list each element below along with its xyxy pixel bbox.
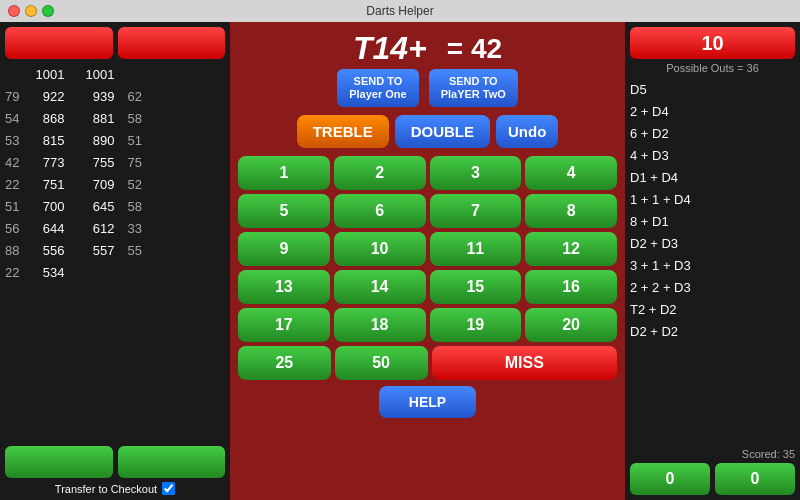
- score-cell: 815: [23, 130, 68, 150]
- num-btn-12[interactable]: 12: [525, 232, 617, 266]
- score-cell: 709: [73, 174, 118, 194]
- maximize-button[interactable]: [42, 5, 54, 17]
- list-item: 1 + 1 + D4: [630, 189, 795, 209]
- score-display-2: 0: [715, 463, 795, 495]
- player-one-bottom-button[interactable]: [5, 446, 113, 478]
- window-title: Darts Helper: [366, 4, 433, 18]
- send-p1-line1: SEND TO: [349, 75, 406, 88]
- num-btn-14[interactable]: 14: [334, 270, 426, 304]
- num-btn-17[interactable]: 17: [238, 308, 330, 342]
- score-cell: 890: [73, 130, 118, 150]
- score-cell: 55: [123, 240, 145, 260]
- num-btn-15[interactable]: 15: [430, 270, 522, 304]
- score-cell: 58: [123, 196, 145, 216]
- score-cell: 75: [123, 152, 145, 172]
- num-btn-9[interactable]: 9: [238, 232, 330, 266]
- score-cell: 22: [5, 262, 23, 282]
- checkout-list: D5 2 + D4 6 + D2 4 + D3 D1 + D4 1 + 1 + …: [630, 79, 795, 448]
- possible-outs-label: Possible Outs = 36: [630, 62, 795, 74]
- score-cell: 881: [73, 108, 118, 128]
- treble-button[interactable]: TREBLE: [297, 115, 389, 148]
- num-btn-18[interactable]: 18: [334, 308, 426, 342]
- window-controls: [8, 5, 54, 17]
- score-cell: 54: [5, 108, 23, 128]
- num-btn-5[interactable]: 5: [238, 194, 330, 228]
- dart-display: T14+ = 42: [238, 30, 617, 67]
- double-button[interactable]: DOUBLE: [395, 115, 490, 148]
- current-score-display: 10: [630, 27, 795, 59]
- score-cell: 922: [23, 86, 68, 106]
- score-cell: 645: [73, 196, 118, 216]
- num-btn-10[interactable]: 10: [334, 232, 426, 266]
- left-bottom-buttons: [5, 446, 225, 478]
- bottom-row: 25 50 MISS: [238, 346, 617, 380]
- num-btn-50[interactable]: 50: [335, 346, 428, 380]
- score-cell: 755: [73, 152, 118, 172]
- num-btn-20[interactable]: 20: [525, 308, 617, 342]
- list-item: 8 + D1: [630, 211, 795, 231]
- transfer-label: Transfer to Checkout: [55, 483, 157, 495]
- send-buttons: SEND TO Player One SEND TO PlaYER TwO: [238, 69, 617, 107]
- score-cell: [5, 64, 23, 84]
- player-one-scores: 1001 922 868 815 773 751 700 644 556 534: [23, 64, 73, 441]
- score-cell: 556: [23, 240, 68, 260]
- score-cell: 557: [73, 240, 118, 260]
- close-button[interactable]: [8, 5, 20, 17]
- score-cell: 42: [5, 152, 23, 172]
- num-btn-16[interactable]: 16: [525, 270, 617, 304]
- right-side-col: 62 58 51 75 52 58 33 55: [123, 64, 145, 441]
- list-item: 4 + D3: [630, 145, 795, 165]
- num-btn-13[interactable]: 13: [238, 270, 330, 304]
- miss-button[interactable]: MISS: [432, 346, 618, 380]
- list-item: 6 + D2: [630, 123, 795, 143]
- score-cell: 1001: [73, 64, 118, 84]
- right-bottom-buttons: 0 0: [630, 463, 795, 495]
- left-panel: 79 54 53 42 22 51 56 88 22 1001 922 868 …: [0, 22, 230, 500]
- list-item: 2 + D4: [630, 101, 795, 121]
- player-one-name-button[interactable]: [5, 27, 113, 59]
- score-cell: 51: [5, 196, 23, 216]
- num-btn-11[interactable]: 11: [430, 232, 522, 266]
- num-btn-25[interactable]: 25: [238, 346, 331, 380]
- player-two-bottom-button[interactable]: [118, 446, 226, 478]
- score-cell: 644: [23, 218, 68, 238]
- list-item: T2 + D2: [630, 299, 795, 319]
- num-btn-2[interactable]: 2: [334, 156, 426, 190]
- help-button[interactable]: HELP: [379, 386, 476, 418]
- send-to-player-two-button[interactable]: SEND TO PlaYER TwO: [429, 69, 518, 107]
- score-cell: 58: [123, 108, 145, 128]
- num-btn-7[interactable]: 7: [430, 194, 522, 228]
- send-p2-line2: PlaYER TwO: [441, 88, 506, 101]
- score-cell: 773: [23, 152, 68, 172]
- num-btn-6[interactable]: 6: [334, 194, 426, 228]
- score-display-1: 0: [630, 463, 710, 495]
- send-to-player-one-button[interactable]: SEND TO Player One: [337, 69, 418, 107]
- num-btn-19[interactable]: 19: [430, 308, 522, 342]
- left-side-col: 79 54 53 42 22 51 56 88 22: [5, 64, 23, 441]
- undo-button[interactable]: Undo: [496, 115, 558, 148]
- score-cell: 56: [5, 218, 23, 238]
- num-btn-3[interactable]: 3: [430, 156, 522, 190]
- transfer-checkbox[interactable]: [162, 482, 175, 495]
- player-two-name-button[interactable]: [118, 27, 226, 59]
- minimize-button[interactable]: [25, 5, 37, 17]
- num-btn-1[interactable]: 1: [238, 156, 330, 190]
- score-cell: 52: [123, 174, 145, 194]
- score-cell: 22: [5, 174, 23, 194]
- dart-code: T14+: [353, 30, 427, 67]
- score-cell: 534: [23, 262, 68, 282]
- list-item: D2 + D2: [630, 321, 795, 341]
- equals-score: = 42: [447, 33, 502, 65]
- score-cell: 868: [23, 108, 68, 128]
- score-cell: 751: [23, 174, 68, 194]
- score-cell: 53: [5, 130, 23, 150]
- main-layout: 79 54 53 42 22 51 56 88 22 1001 922 868 …: [0, 22, 800, 500]
- number-grid: 1 2 3 4 5 6 7 8 9 10 11 12 13 14 15 16 1…: [238, 156, 617, 342]
- num-btn-4[interactable]: 4: [525, 156, 617, 190]
- list-item: D2 + D3: [630, 233, 795, 253]
- score-cell: 939: [73, 86, 118, 106]
- list-item: D5: [630, 79, 795, 99]
- center-panel: T14+ = 42 SEND TO Player One SEND TO Pla…: [230, 22, 625, 500]
- num-btn-8[interactable]: 8: [525, 194, 617, 228]
- scored-label: Scored: 35: [630, 448, 795, 460]
